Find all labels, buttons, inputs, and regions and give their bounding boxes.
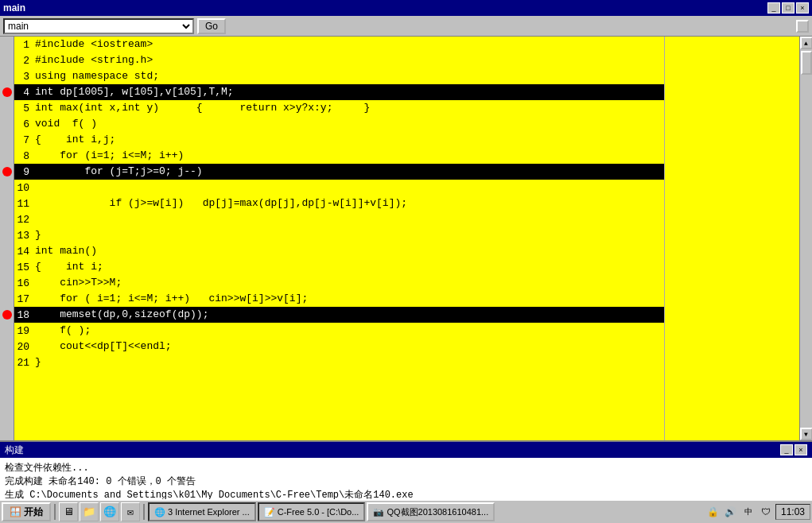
breakpoint-dot-4 [2,87,12,97]
lang-icon: 中 [740,504,756,520]
bp-cell-14[interactable] [0,243,14,259]
line-num-15: 15 [14,259,32,275]
volume-icon: 🔊 [723,504,739,520]
title-controls: _ □ × [767,2,809,14]
function-dropdown[interactable]: main [3,18,194,34]
bp-cell-6[interactable] [0,116,14,132]
bp-cell-8[interactable] [0,148,14,164]
bp-cell-11[interactable] [0,196,14,211]
line-num-14: 14 [14,243,32,259]
qq-icon: 📷 [373,507,384,517]
bp-cell-1[interactable] [0,37,14,52]
bp-cell-16[interactable] [0,275,14,291]
bp-cell-4[interactable] [0,84,14,100]
vertical-scrollbar[interactable]: ▲ ▼ [799,37,812,440]
maximize-button[interactable]: □ [782,2,795,14]
breakpoint-dot-18 [2,310,12,320]
bp-cell-17[interactable] [0,291,14,307]
bp-cell-18[interactable] [0,307,14,323]
scrollbar-top-right [796,20,809,33]
line-num-10: 10 [14,180,32,196]
breakpoint-dot-9 [2,167,12,176]
right-panel [664,37,799,440]
line-num-11: 11 [14,196,32,211]
line-num-7: 7 [14,132,32,148]
taskbar-qq-button[interactable]: 📷 QQ截图2013081610481... [367,502,495,521]
line-num-8: 8 [14,148,32,164]
close-button[interactable]: × [796,2,809,14]
minimize-button[interactable]: _ [767,2,780,14]
code-line-17: for ( i=1; i<=M; i++) cin>>w[i]>>v[i]; [32,291,664,307]
line-num-6: 6 [14,116,32,132]
bp-cell-3[interactable] [0,68,14,84]
bp-cell-12[interactable] [0,211,14,227]
bp-cell-9[interactable] [0,164,14,180]
line-num-13: 13 [14,227,32,243]
breakpoint-margin [0,37,14,440]
bp-cell-2[interactable] [0,52,14,68]
window-title: main [3,2,25,14]
bp-cell-21[interactable] [0,354,14,370]
bp-cell-7[interactable] [0,132,14,148]
bp-cell-19[interactable] [0,323,14,339]
scroll-up-arrow[interactable]: ▲ [800,37,813,49]
build-minimize[interactable]: _ [780,444,793,455]
line-num-17: 17 [14,291,32,307]
build-title-text: 构建 [5,444,24,457]
toolbar: main Go [0,16,812,37]
taskbar-quick-icon-2[interactable]: 📁 [80,502,99,521]
build-title-bar: 构建 _ × [0,442,812,458]
code-line-11: if (j>=w[i]) dp[j]=max(dp[j],dp[j-w[i]]+… [32,196,664,211]
start-button[interactable]: 🪟 开始 [2,502,51,521]
taskbar-divider-2 [143,504,145,520]
scroll-down-arrow[interactable]: ▼ [800,428,813,440]
taskbar-right-icons: 🔒 🔊 中 🛡 11:03 [705,504,810,520]
taskbar: 🪟 开始 🖥 📁 🌐 ✉ 🌐 3 Internet Explorer ... 📝… [0,499,812,523]
line-num-19: 19 [14,323,32,339]
line-num-4: 4 [14,84,32,100]
code-line-3: using namespace std; [32,68,664,84]
line-num-3: 3 [14,68,32,84]
start-label: 开始 [24,506,43,519]
code-line-5: int max(int x,int y) { return x>y?x:y; } [32,100,664,116]
code-line-15: { int i; [32,259,664,275]
start-icon: 🪟 [10,506,21,517]
ie-label: 3 Internet Explorer ... [168,507,250,517]
code-line-4: int dp[1005], w[105],v[105],T,M; [32,84,664,100]
code-line-13: } [32,227,664,243]
code-line-18: memset(dp,0,sizeof(dp)); [32,307,664,323]
build-line2: 完成构建 未命名140: 0 个错误，0 个警告 [5,475,807,488]
build-line1: 检查文件依赖性... [5,461,807,475]
code-line-8: for (i=1; i<=M; i++) [32,148,664,164]
taskbar-ie-button[interactable]: 🌐 3 Internet Explorer ... [148,502,256,521]
line-num-16: 16 [14,275,32,291]
shield-icon: 🛡 [758,504,774,520]
bp-cell-13[interactable] [0,227,14,243]
code-line-6: void f( ) [32,116,664,132]
taskbar-divider-1 [54,504,56,520]
cfree-label: C-Free 5.0 - [C:\Do... [278,507,359,517]
bp-cell-15[interactable] [0,259,14,275]
scroll-thumb[interactable] [801,51,812,75]
taskbar-quick-icon-4[interactable]: ✉ [121,502,140,521]
line-num-18: 18 [14,307,32,323]
bp-cell-20[interactable] [0,339,14,354]
code-line-10 [32,180,664,196]
code-line-19: f( ); [32,323,664,339]
taskbar-cfree-button[interactable]: 📝 C-Free 5.0 - [C:\Do... [258,502,366,521]
network-icon: 🔒 [705,504,721,520]
code-line-1: #include <iostream> [32,37,664,52]
taskbar-quick-icon-3[interactable]: 🌐 [100,502,119,521]
editor-wrapper: 123456789101112131415161718192021 #inclu… [0,37,812,440]
code-line-21: } [32,354,664,370]
bp-cell-10[interactable] [0,180,14,196]
build-close[interactable]: × [795,444,807,455]
code-editor[interactable]: #include <iostream>#include <string.h>us… [32,37,664,440]
code-line-9: for (j=T;j>=0; j--) [32,164,664,180]
taskbar-quick-icon-1[interactable]: 🖥 [59,502,78,521]
code-line-16: cin>>T>>M; [32,275,664,291]
bp-cell-5[interactable] [0,100,14,116]
go-button[interactable]: Go [197,18,226,34]
code-line-7: { int i,j; [32,132,664,148]
code-line-20: cout<<dp[T]<<endl; [32,339,664,354]
